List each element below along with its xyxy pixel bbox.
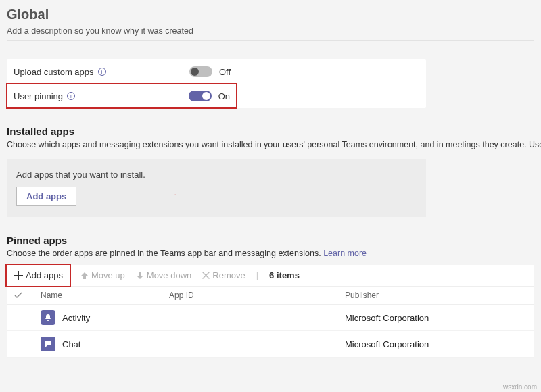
installed-apps-heading: Installed apps: [7, 126, 534, 137]
bell-icon: [41, 310, 55, 325]
info-icon[interactable]: i: [67, 92, 75, 100]
divider: [7, 40, 534, 41]
page-title: Global: [7, 7, 534, 22]
add-apps-button[interactable]: Add apps: [16, 187, 76, 206]
pinning-label: User pinning: [14, 91, 63, 101]
app-name: Chat: [62, 339, 80, 349]
add-apps-button[interactable]: Add apps: [7, 265, 70, 286]
app-name: Activity: [62, 313, 90, 323]
remove-label: Remove: [212, 270, 245, 280]
pinning-toggle[interactable]: [189, 91, 212, 101]
red-dot: .: [174, 189, 177, 197]
col-appid[interactable]: App ID: [169, 291, 345, 300]
pinning-state: On: [218, 91, 230, 101]
add-apps-label: Add apps: [26, 270, 63, 280]
table-row[interactable]: Chat Microsoft Corporation: [7, 331, 534, 358]
move-down-label: Move down: [147, 270, 191, 280]
separator: |: [256, 270, 258, 280]
check-icon[interactable]: [14, 291, 23, 300]
remove-button[interactable]: Remove: [202, 270, 245, 280]
pinned-toolbar: Add apps Move up Move down Remove | 6 it…: [7, 265, 534, 287]
chat-icon: [41, 337, 55, 351]
upload-toggle[interactable]: [189, 66, 212, 77]
settings-card: Upload custom apps i Off User pinning i …: [7, 59, 426, 108]
x-icon: [202, 272, 210, 279]
pinned-desc-text: Choose the order apps are pinned in the …: [7, 249, 323, 258]
watermark: wsxdn.com: [503, 383, 537, 391]
upload-label: Upload custom apps: [14, 67, 94, 77]
installed-apps-desc: Choose which apps and messaging extensio…: [7, 140, 534, 149]
item-count: 6 items: [269, 270, 300, 280]
setting-upload-custom-apps: Upload custom apps i Off: [7, 59, 426, 84]
arrow-down-icon: [136, 272, 144, 280]
move-up-button[interactable]: Move up: [80, 270, 125, 280]
move-up-label: Move up: [91, 270, 125, 280]
setting-user-pinning: User pinning i On: [7, 84, 237, 108]
install-apps-box: Add apps that you want to install. Add a…: [7, 159, 426, 217]
move-down-button[interactable]: Move down: [136, 270, 191, 280]
learn-more-link[interactable]: Learn more: [323, 249, 367, 258]
app-publisher: Microsoft Corporation: [345, 339, 527, 349]
pinned-apps-heading: Pinned apps: [7, 235, 534, 246]
upload-state: Off: [219, 67, 231, 77]
info-icon[interactable]: i: [98, 68, 106, 76]
arrow-up-icon: [80, 272, 89, 280]
col-name[interactable]: Name: [41, 291, 169, 300]
table-row[interactable]: Activity Microsoft Corporation: [7, 305, 534, 331]
plus-icon: [14, 271, 23, 280]
app-publisher: Microsoft Corporation: [345, 313, 527, 323]
page-description: Add a description so you know why it was…: [7, 26, 534, 36]
table-header: Name App ID Publisher: [7, 287, 534, 305]
install-hint: Add apps that you want to install.: [16, 170, 417, 180]
pinned-apps-desc: Choose the order apps are pinned in the …: [7, 249, 534, 258]
col-publisher[interactable]: Publisher: [345, 291, 527, 300]
